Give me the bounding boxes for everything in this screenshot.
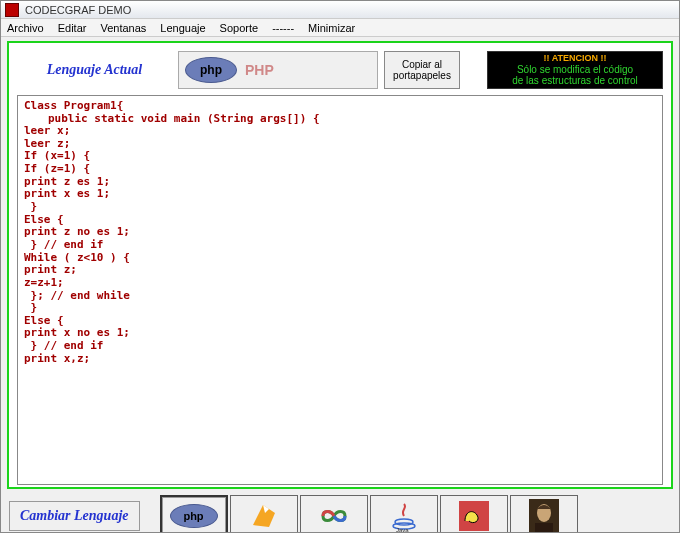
code-line: print x es 1;	[24, 187, 110, 200]
svg-rect-8	[535, 523, 553, 533]
change-language-label: Cambiar Lenguaje	[9, 501, 140, 531]
footer-bar: Cambiar Lenguaje php Java	[1, 491, 679, 533]
current-language-label: Lenguaje Actual	[17, 51, 172, 89]
code-line: }	[24, 301, 37, 314]
code-line: leer x;	[24, 124, 70, 137]
warning-line-1: !! ATENCION !!	[490, 54, 660, 64]
spacer	[466, 51, 481, 89]
code-line: }	[24, 200, 37, 213]
menubar: Archivo Editar Ventanas Lenguaje Soporte…	[1, 19, 679, 37]
code-line: If (x=1) {	[24, 149, 90, 162]
code-line: z=z+1;	[24, 276, 64, 289]
menu-dashes: ------	[272, 22, 294, 34]
lang-button-java[interactable]: Java	[370, 495, 438, 533]
code-line: Else {	[24, 314, 64, 327]
code-line: } // end if	[24, 339, 103, 352]
lang-button-python[interactable]	[440, 495, 508, 533]
php-icon: php	[170, 504, 218, 528]
python-icon	[459, 501, 489, 531]
svg-text:Java: Java	[396, 527, 409, 532]
menu-soporte[interactable]: Soporte	[220, 22, 259, 34]
copy-clipboard-button[interactable]: Copiar al portapapeles	[384, 51, 460, 89]
code-line: print x,z;	[24, 352, 90, 365]
menu-lenguaje[interactable]: Lenguaje	[160, 22, 205, 34]
menu-minimizar[interactable]: Minimizar	[308, 22, 355, 34]
menu-archivo[interactable]: Archivo	[7, 22, 44, 34]
fox-icon	[249, 503, 279, 529]
infinity-icon	[317, 506, 351, 526]
language-buttons: php Java	[160, 495, 578, 533]
code-editor[interactable]: Class Program1{ public static void main …	[17, 95, 663, 485]
warning-line-2: Sólo se modifica el código	[490, 64, 660, 75]
lang-button-visualstudio[interactable]	[300, 495, 368, 533]
current-language-box: php PHP	[178, 51, 378, 89]
portrait-icon	[529, 499, 559, 533]
menu-ventanas[interactable]: Ventanas	[100, 22, 146, 34]
titlebar: CODECGRAF DEMO	[1, 1, 679, 19]
current-language-name: PHP	[245, 62, 274, 78]
code-line: print x no es 1;	[24, 326, 130, 339]
java-icon: Java	[390, 500, 418, 532]
warning-line-3: de las estructuras de control	[490, 75, 660, 86]
code-line: While ( z<10 ) {	[24, 251, 130, 264]
lang-button-foxpro[interactable]	[230, 495, 298, 533]
app-icon	[5, 3, 19, 17]
warning-box: !! ATENCION !! Sólo se modifica el códig…	[487, 51, 663, 89]
code-line: print z;	[24, 263, 77, 276]
lang-button-pascal[interactable]	[510, 495, 578, 533]
lang-button-php[interactable]: php	[160, 495, 228, 533]
code-line: leer z;	[24, 137, 70, 150]
code-line: }; // end while	[24, 289, 130, 302]
code-line: print z es 1;	[24, 175, 110, 188]
php-icon: php	[185, 57, 237, 83]
window-title: CODECGRAF DEMO	[25, 4, 131, 16]
code-line: public static void main (String args[]) …	[48, 112, 320, 125]
main-panel: Lenguaje Actual php PHP Copiar al portap…	[7, 41, 673, 489]
code-line: print z no es 1;	[24, 225, 130, 238]
header-row: Lenguaje Actual php PHP Copiar al portap…	[17, 51, 663, 89]
code-line: } // end if	[24, 238, 103, 251]
code-line: Else {	[24, 213, 64, 226]
menu-editar[interactable]: Editar	[58, 22, 87, 34]
code-line: Class Program1{	[24, 99, 123, 112]
code-line: If (z=1) {	[24, 162, 90, 175]
